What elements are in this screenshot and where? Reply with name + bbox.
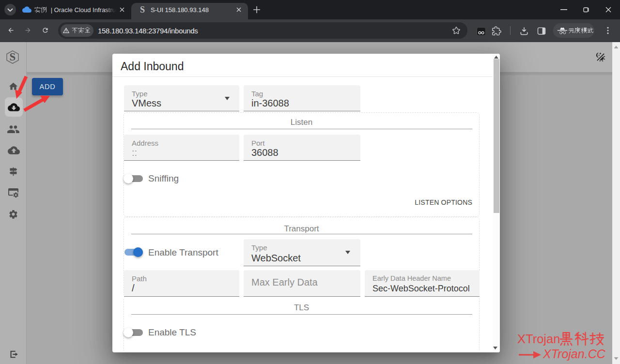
svg-text:XTrojan.CC: XTrojan.CC	[542, 347, 606, 361]
svg-text:S: S	[140, 5, 145, 14]
svg-text:XTrojan: XTrojan	[517, 332, 560, 346]
svg-text:S: S	[10, 51, 16, 63]
